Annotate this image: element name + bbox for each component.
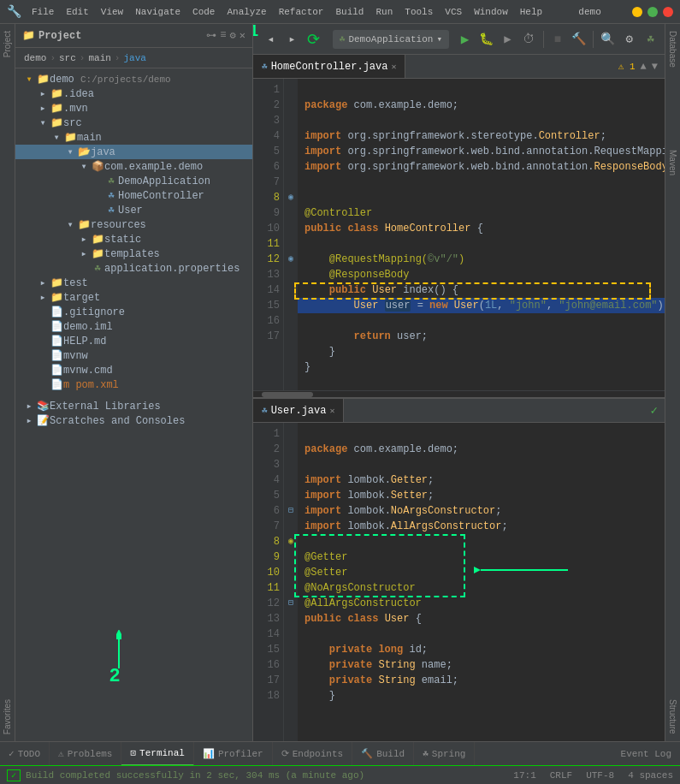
breadcrumb-src[interactable]: src [59,53,76,63]
menu-run[interactable]: Run [370,5,398,19]
menu-vcs[interactable]: VCS [440,5,467,19]
top-code-area[interactable]: 1 2 3 4 5 6 7 8 9 10 11 12 13 14 [253,79,665,390]
tree-item-ext-libs[interactable]: ▸ 📚 External Libraries [15,399,252,413]
structure-tab[interactable]: Structure [666,692,679,741]
tab-build[interactable]: 🔨 Build [352,742,414,766]
menu-help[interactable]: Help [515,5,547,19]
settings-icon[interactable]: ⚙ [230,29,236,42]
run-coverage-button[interactable]: ▶ [499,29,517,50]
database-tab[interactable]: Database [666,24,679,74]
tree-item-mvnw[interactable]: 📄 mvnw [15,348,252,363]
minimize-button[interactable] [632,7,642,17]
tab-problems[interactable]: ⚠ Problems [50,742,121,766]
nav-down-icon[interactable]: ▼ [652,61,658,73]
tree-item-resources[interactable]: ▾ 📁 resources [15,217,252,232]
run-config-name: DemoApplication [348,34,433,45]
tab-user-close-icon[interactable]: ✕ [329,406,334,416]
project-tab[interactable]: Project [1,24,14,64]
breadcrumb-main[interactable]: main [88,53,110,63]
top-scrollbar[interactable] [253,390,665,397]
top-code-content[interactable]: package com.example.demo; import org.spr… [298,79,665,390]
tree-item-help[interactable]: 📄 HELP.md [15,334,252,348]
breadcrumb-java[interactable]: java [123,53,145,63]
menu-refactor[interactable]: Refactor [274,5,329,19]
tree-item-demo-app[interactable]: ☘ DemoApplication [15,174,252,188]
back-button[interactable]: ◂ [262,29,280,50]
tab-user[interactable]: ☘ User.java ✕ [253,399,344,422]
tree-item-pom[interactable]: 📄 m pom.xml [15,377,252,392]
nav-up-icon[interactable]: ▲ [641,61,647,73]
tree-item-gitignore[interactable]: 📄 .gitignore [15,305,252,319]
run-config-selector[interactable]: ☘ DemoApplication ▾ [333,30,449,49]
stop-button[interactable]: ■ [549,29,567,50]
problems-icon: ⚠ [58,748,64,759]
close-panel-icon[interactable]: ✕ [239,29,245,42]
tree-item-main[interactable]: ▾ 📁 main [15,130,252,145]
menu-build[interactable]: Build [330,5,369,19]
tab-user-label: User.java [271,405,327,417]
recent-files-button[interactable]: ⟳ [305,29,322,50]
tree-item-user[interactable]: ☘ User [15,203,252,217]
tree-item-app-props[interactable]: ☘ application.properties [15,261,252,276]
menu-navigate[interactable]: Navigate [130,5,186,19]
tab-todo[interactable]: ✓ TODO [0,742,50,766]
tab-home-controller-label: HomeController.java [271,61,388,73]
tab-close-icon[interactable]: ✕ [391,62,396,72]
tab-terminal[interactable]: ⊡ Terminal [121,742,193,766]
tree-item-static[interactable]: ▸ 📁 static [15,232,252,246]
tree-expand-static: ▸ [77,233,91,246]
favorites-tab-left[interactable]: Favorites [1,692,14,741]
tree-item-templates[interactable]: ▸ 📁 templates [15,246,252,261]
build-button[interactable]: 🔨 [571,29,588,50]
collapse-all-icon[interactable]: ≡ [220,29,226,42]
tree-item-mvn[interactable]: ▸ 📁 .mvn [15,101,252,116]
maximize-button[interactable] [647,7,658,17]
profile-button[interactable]: ⏱ [520,29,538,50]
tab-spring[interactable]: ☘ Spring [414,742,475,766]
tree-item-src[interactable]: ▾ 📁 src [15,116,252,130]
tab-home-controller[interactable]: ☘ HomeController.java ✕ [253,55,405,78]
menu-edit[interactable]: Edit [61,5,93,19]
tree-item-package[interactable]: ▾ 📦 com.example.demo [15,159,252,174]
run-button[interactable]: ▶ [456,29,474,50]
top-tab-bar: ☘ HomeController.java ✕ ⚠ 1 ▲ ▼ [253,55,665,79]
tree-item-mvnw-cmd[interactable]: 📄 mvnw.cmd [15,363,252,377]
status-line-ending[interactable]: CRLF [550,770,572,781]
app-icon: 🔧 [7,4,21,19]
menu-view[interactable]: View [96,5,128,19]
tree-item-target[interactable]: ▸ 📁 target [15,290,252,305]
project-panel-title: Project [38,30,206,42]
tree-item-iml[interactable]: 📄 demo.iml [15,319,252,334]
tree-item-test[interactable]: ▸ 📁 test [15,276,252,290]
tree-item-home-controller[interactable]: ☘ HomeController [15,188,252,203]
forward-button[interactable]: ▸ [283,29,301,50]
scroll-from-source-icon[interactable]: ⊶ [206,29,216,42]
menu-file[interactable]: File [27,5,59,19]
spring-button[interactable]: ☘ [642,29,659,50]
settings-button[interactable]: ⚙ [620,29,638,50]
tree-item-idea[interactable]: ▸ 📁 .idea [15,86,252,101]
project-header-actions: ⊶ ≡ ⚙ ✕ [206,29,245,42]
menu-analyze[interactable]: Analyze [222,5,271,19]
event-log-tab[interactable]: Event Log [612,749,680,759]
status-encoding[interactable]: UTF-8 [586,770,614,781]
menu-code[interactable]: Code [187,5,220,19]
editor-area: 1 ◂ ▸ ⟳ ☘ DemoApplication ▾ ▶ 🐛 ▶ ⏱ ■ 🔨 … [253,24,665,741]
tree-item-scratches[interactable]: ▸ 📝 Scratches and Consoles [15,413,252,428]
tree-item-root[interactable]: ▾ 📁 demo C:/projects/demo [15,72,252,86]
tab-profiler[interactable]: 📊 Profiler [194,742,273,766]
bottom-code-area[interactable]: 1 2 3 4 5 6 7 8 9 10 11 12 13 14 [253,423,665,741]
status-indent[interactable]: 4 spaces [628,770,673,781]
menu-tools[interactable]: Tools [399,5,438,19]
gutter-ctrl-icon-2: ◉ [284,252,298,267]
bottom-code-content[interactable]: package com.example.demo; import lombok.… [298,423,665,741]
breadcrumb-demo[interactable]: demo [24,53,46,63]
tree-item-java[interactable]: ▾ 📂 java [15,145,252,159]
debug-button[interactable]: 🐛 [477,29,495,50]
close-button[interactable] [663,7,673,17]
build-status-bar: ✓ Build completed successfully in 2 sec,… [0,765,680,784]
tab-endpoints[interactable]: ⟳ Endpoints [273,742,352,766]
search-everywhere-button[interactable]: 🔍 [599,29,617,50]
menu-window[interactable]: Window [469,5,513,19]
maven-tab[interactable]: Maven [666,143,679,182]
